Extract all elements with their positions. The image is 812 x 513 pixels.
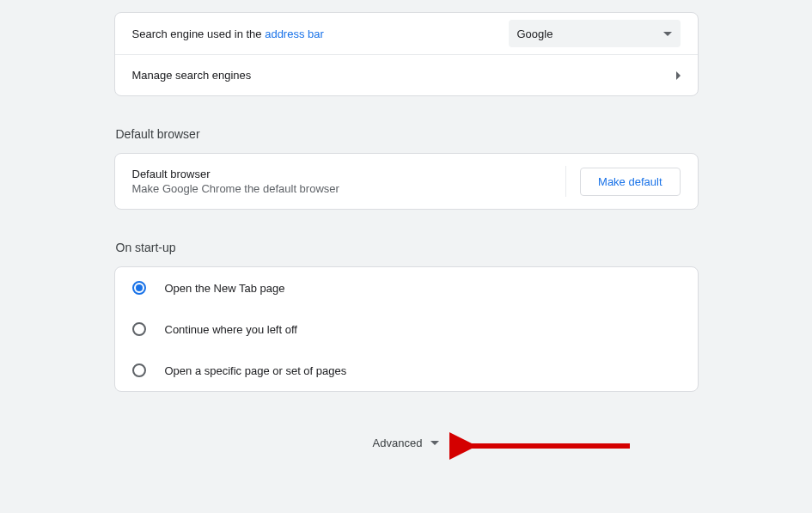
search-engine-row: Search engine used in the address bar Go… <box>115 13 698 54</box>
caret-down-icon <box>430 441 439 445</box>
chevron-right-icon <box>676 71 681 80</box>
default-browser-row: Default browser Make Google Chrome the d… <box>115 154 698 209</box>
vertical-divider <box>565 166 566 197</box>
startup-heading: On start-up <box>116 241 699 254</box>
advanced-label: Advanced <box>373 437 423 449</box>
startup-option-newtab[interactable]: Open the New Tab page <box>115 267 698 308</box>
annotation-arrow-icon <box>449 424 638 467</box>
startup-option-label: Open a specific page or set of pages <box>165 364 347 377</box>
search-engine-select[interactable]: Google <box>509 20 681 47</box>
startup-option-specific[interactable]: Open a specific page or set of pages <box>115 350 698 391</box>
make-default-button[interactable]: Make default <box>580 168 680 196</box>
address-bar-link[interactable]: address bar <box>265 27 324 40</box>
startup-option-label: Open the New Tab page <box>165 282 285 295</box>
default-browser-title: Default browser <box>132 168 339 180</box>
radio-icon[interactable] <box>132 322 146 336</box>
startup-option-label: Continue where you left off <box>165 323 297 336</box>
manage-search-engines-row[interactable]: Manage search engines <box>115 54 698 95</box>
default-browser-card: Default browser Make Google Chrome the d… <box>114 153 699 210</box>
default-browser-subtitle: Make Google Chrome the default browser <box>132 182 339 195</box>
startup-card: Open the New Tab page Continue where you… <box>114 266 699 392</box>
search-engine-label-text: Search engine used in the <box>132 27 266 40</box>
search-engine-label: Search engine used in the address bar <box>132 27 324 40</box>
startup-option-continue[interactable]: Continue where you left off <box>115 308 698 350</box>
default-browser-text: Default browser Make Google Chrome the d… <box>132 168 339 195</box>
manage-search-engines-label: Manage search engines <box>132 69 252 82</box>
caret-down-icon <box>663 32 672 36</box>
radio-icon[interactable] <box>132 363 146 377</box>
default-browser-heading: Default browser <box>116 127 699 141</box>
search-engine-card: Search engine used in the address bar Go… <box>114 12 699 96</box>
search-engine-selected-value: Google <box>517 27 553 40</box>
radio-icon[interactable] <box>132 281 146 295</box>
advanced-toggle-button[interactable]: Advanced <box>366 431 447 455</box>
